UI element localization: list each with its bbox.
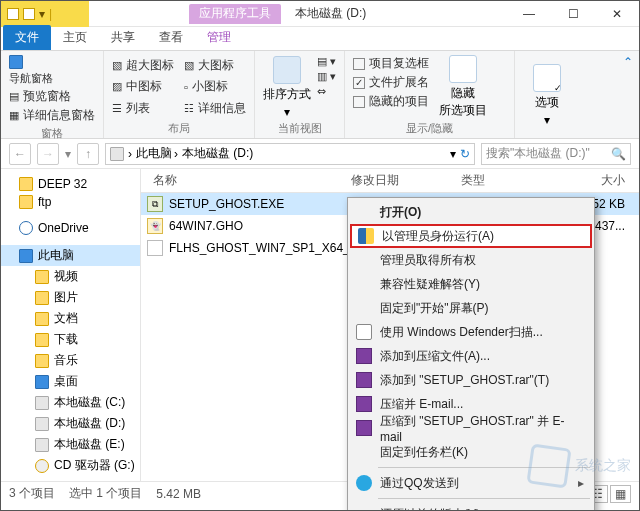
- tree-desktop[interactable]: 桌面: [1, 371, 140, 392]
- properties-icon[interactable]: [23, 8, 35, 20]
- ctx-defender-scan[interactable]: 使用 Windows Defender扫描...: [350, 320, 592, 344]
- status-selection: 选中 1 个项目: [69, 485, 142, 502]
- tab-manage[interactable]: 管理: [195, 25, 243, 50]
- ribbon-group-current-view: 排序方式▾ ▤ ▾ ▥ ▾ ⇔ 当前视图: [255, 51, 345, 138]
- details-pane-button[interactable]: ▦ 详细信息窗格: [9, 107, 95, 124]
- tree-drive-e[interactable]: 本地磁盘 (E:): [1, 434, 140, 455]
- drive-icon: [110, 147, 124, 161]
- ctx-take-ownership[interactable]: 管理员取得所有权: [350, 248, 592, 272]
- refresh-icon[interactable]: ↻: [460, 147, 470, 161]
- preview-pane-button[interactable]: ▤ 预览窗格: [9, 88, 95, 105]
- ctx-zip-named-email[interactable]: 压缩到 "SETUP_GHOST.rar" 并 E-mail: [350, 416, 592, 440]
- qq-icon: [356, 475, 372, 491]
- tree-drive-c[interactable]: 本地磁盘 (C:): [1, 392, 140, 413]
- column-headers: 名称 修改日期 类型 大小: [141, 169, 639, 193]
- ctx-add-archive-named[interactable]: 添加到 "SETUP_GHOST.rar"(T): [350, 368, 592, 392]
- ctx-compat-troubleshoot[interactable]: 兼容性疑难解答(Y): [350, 272, 592, 296]
- close-button[interactable]: ✕: [595, 1, 639, 27]
- breadcrumb-drive[interactable]: 本地磁盘 (D:): [182, 145, 253, 162]
- tree-this-pc[interactable]: 此电脑: [1, 245, 140, 266]
- contextual-tab-title: 应用程序工具: [189, 4, 281, 24]
- tree-drive-d[interactable]: 本地磁盘 (D:): [1, 413, 140, 434]
- up-button[interactable]: ↑: [77, 143, 99, 165]
- rar-icon: [356, 396, 372, 412]
- layout-md-icons[interactable]: ▨ 中图标: [112, 77, 174, 98]
- file-icon: [147, 240, 163, 256]
- options-button[interactable]: ✓选项▾: [523, 55, 571, 136]
- ribbon-group-panes: 导航窗格 ▤ 预览窗格 ▦ 详细信息窗格 窗格: [1, 51, 104, 138]
- exe-icon: ⧉: [147, 196, 163, 212]
- shield-icon: [358, 228, 374, 244]
- col-date[interactable]: 修改日期: [351, 172, 461, 189]
- forward-button[interactable]: →: [37, 143, 59, 165]
- tab-share[interactable]: 共享: [99, 25, 147, 50]
- ctx-run-as-admin[interactable]: 以管理员身份运行(A): [350, 224, 592, 248]
- item-checkboxes-toggle[interactable]: 项目复选框: [353, 55, 429, 72]
- ctx-add-archive[interactable]: 添加到压缩文件(A)...: [350, 344, 592, 368]
- menu-separator: [378, 498, 590, 499]
- title-bar: ▾ | 应用程序工具 本地磁盘 (D:) — ☐ ✕: [1, 1, 639, 27]
- tree-deep32[interactable]: DEEP 32: [1, 175, 140, 193]
- ctx-open[interactable]: 打开(O): [350, 200, 592, 224]
- add-columns-button[interactable]: ▥ ▾: [317, 70, 336, 83]
- breadcrumb-chevron-icon[interactable]: ›: [128, 147, 132, 161]
- view-icons-icon[interactable]: ▦: [610, 485, 631, 503]
- tree-onedrive[interactable]: OneDrive: [1, 219, 140, 237]
- size-columns-button[interactable]: ⇔: [317, 85, 336, 98]
- tree-downloads[interactable]: 下载: [1, 329, 140, 350]
- group-by-button[interactable]: ▤ ▾: [317, 55, 336, 68]
- qat-dropdown-icon[interactable]: ▾: [39, 7, 45, 21]
- minimize-button[interactable]: —: [507, 1, 551, 27]
- layout-details[interactable]: ☷ 详细信息: [184, 98, 246, 119]
- search-input[interactable]: 搜索"本地磁盘 (D:)" 🔍: [481, 143, 631, 165]
- address-bar: ← → ▾ ↑ › 此电脑 › 本地磁盘 (D:) ▾ ↻ 搜索"本地磁盘 (D…: [1, 139, 639, 169]
- collapse-ribbon-icon[interactable]: ⌃: [623, 55, 633, 69]
- layout-xl-icons[interactable]: ▧ 超大图标: [112, 55, 174, 76]
- checkbox-icon: [353, 58, 365, 70]
- recent-locations-icon[interactable]: ▾: [65, 147, 71, 161]
- breadcrumb-thispc[interactable]: 此电脑 ›: [136, 145, 178, 162]
- file-extensions-toggle[interactable]: ✓文件扩展名: [353, 74, 429, 91]
- sort-button[interactable]: 排序方式▾: [263, 55, 311, 119]
- watermark: 系统之家: [529, 446, 631, 486]
- hide-selected-button[interactable]: 隐藏 所选项目: [439, 55, 487, 119]
- ribbon-group-options: ✓选项▾: [515, 51, 585, 138]
- search-icon[interactable]: 🔍: [611, 147, 626, 161]
- tree-pictures[interactable]: 图片: [1, 287, 140, 308]
- nav-tree[interactable]: DEEP 32 ftp OneDrive 此电脑 视频 图片 文档 下载 音乐 …: [1, 169, 141, 481]
- status-size: 5.42 MB: [156, 487, 201, 501]
- gho-icon: 👻: [147, 218, 163, 234]
- hidden-items-toggle[interactable]: 隐藏的项目: [353, 93, 429, 110]
- rar-icon: [356, 420, 372, 436]
- nav-pane-icon: [9, 55, 23, 69]
- maximize-button[interactable]: ☐: [551, 1, 595, 27]
- col-size[interactable]: 大小: [541, 172, 639, 189]
- tab-view[interactable]: 查看: [147, 25, 195, 50]
- tree-video[interactable]: 视频: [1, 266, 140, 287]
- tree-ftp[interactable]: ftp: [1, 193, 140, 211]
- layout-list[interactable]: ☰ 列表: [112, 98, 174, 119]
- layout-sm-icons[interactable]: ▫ 小图标: [184, 77, 246, 98]
- col-type[interactable]: 类型: [461, 172, 541, 189]
- window-controls: — ☐ ✕: [507, 1, 639, 27]
- watermark-text: 系统之家: [575, 457, 631, 475]
- ctx-restore-previous[interactable]: 还原以前的版本(V): [350, 502, 592, 511]
- tab-home[interactable]: 主页: [51, 25, 99, 50]
- breadcrumb[interactable]: › 此电脑 › 本地磁盘 (D:) ▾ ↻: [105, 143, 475, 165]
- tab-file[interactable]: 文件: [3, 25, 51, 50]
- layout-lg-icons[interactable]: ▧ 大图标: [184, 55, 246, 76]
- back-button[interactable]: ←: [9, 143, 31, 165]
- nav-pane-button[interactable]: [9, 55, 95, 69]
- group-label-showhide: 显示/隐藏: [353, 119, 506, 136]
- dropdown-icon[interactable]: ▾: [450, 147, 456, 161]
- nav-pane-label[interactable]: 导航窗格: [9, 71, 95, 86]
- quick-access-toolbar: ▾ |: [1, 1, 89, 27]
- tree-documents[interactable]: 文档: [1, 308, 140, 329]
- status-item-count: 3 个项目: [9, 485, 55, 502]
- ctx-pin-start[interactable]: 固定到"开始"屏幕(P): [350, 296, 592, 320]
- tree-music[interactable]: 音乐: [1, 350, 140, 371]
- group-label-current: 当前视图: [263, 119, 336, 136]
- tree-cd-drive[interactable]: CD 驱动器 (G:): [1, 455, 140, 476]
- options-icon: ✓: [533, 64, 561, 92]
- col-name[interactable]: 名称: [141, 172, 351, 189]
